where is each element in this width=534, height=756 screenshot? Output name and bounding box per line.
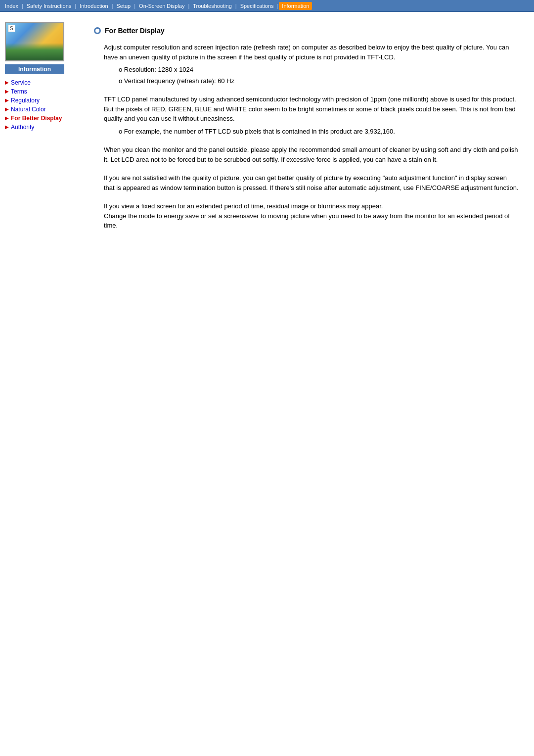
nav-item-setup[interactable]: Setup [113, 2, 134, 10]
content-item-3: When you clean the monitor and the panel… [104, 145, 519, 164]
content-item-4: If you are not satisfied with the qualit… [104, 173, 519, 192]
sidebar-item-natural-color[interactable]: ▶Natural Color [5, 106, 84, 113]
sidebar-image [5, 22, 64, 61]
sub-list-item: Resolution: 1280 x 1024 [119, 65, 519, 75]
content-item-text: If you view a fixed screen for an extend… [104, 202, 510, 229]
top-navigation: Index|Safety Instructions|Introduction|S… [0, 0, 534, 12]
content-item-1: Adjust computer resolution and screen in… [104, 43, 519, 86]
section-bullet [94, 27, 101, 34]
arrow-icon: ▶ [5, 89, 9, 94]
sidebar-item-terms[interactable]: ▶Terms [5, 88, 84, 95]
sidebar-menu: ▶Service▶Terms▶Regulatory▶Natural Color▶… [5, 79, 84, 131]
content-area: For Better Display Adjust computer resol… [84, 22, 529, 244]
sidebar-item-label: Regulatory [11, 97, 40, 104]
sidebar: Information ▶Service▶Terms▶Regulatory▶Na… [5, 22, 84, 244]
arrow-icon: ▶ [5, 106, 9, 112]
nav-item-safety-instructions[interactable]: Safety Instructions [24, 2, 75, 10]
sidebar-item-label: Natural Color [11, 106, 46, 113]
arrow-icon: ▶ [5, 115, 9, 121]
sidebar-item-authority[interactable]: ▶Authority [5, 124, 84, 131]
sidebar-item-for-better-display[interactable]: ▶For Better Display [5, 115, 84, 122]
sub-list: For example, the number of TFT LCD sub p… [104, 127, 519, 137]
content-item-2: TFT LCD panel manufactured by using adva… [104, 94, 519, 136]
content-item-5: If you view a fixed screen for an extend… [104, 201, 519, 231]
content-item-text: When you clean the monitor and the panel… [104, 146, 518, 163]
arrow-icon: ▶ [5, 80, 9, 85]
sub-list-item: For example, the number of TFT LCD sub p… [119, 127, 519, 137]
content-item-text: If you are not satisfied with the qualit… [104, 174, 519, 191]
nav-item-on-screen-display[interactable]: On-Screen Display [136, 2, 187, 10]
sub-list-item: Vertical frequency (refresh rate): 60 Hz [119, 76, 519, 86]
sidebar-item-label: Authority [11, 124, 34, 131]
sidebar-label: Information [5, 64, 64, 74]
nav-item-introduction[interactable]: Introduction [77, 2, 111, 10]
sidebar-item-label: Terms [11, 88, 27, 95]
content-item-text: TFT LCD panel manufactured by using adva… [104, 95, 516, 122]
sidebar-item-regulatory[interactable]: ▶Regulatory [5, 97, 84, 104]
content-list: Adjust computer resolution and screen in… [94, 43, 519, 231]
nav-item-index[interactable]: Index [2, 2, 21, 10]
section-title: For Better Display [94, 27, 519, 35]
sidebar-item-label: For Better Display [11, 115, 62, 122]
section-title-text: For Better Display [105, 27, 165, 35]
sub-list: Resolution: 1280 x 1024Vertical frequenc… [104, 65, 519, 86]
nav-item-information[interactable]: Information [279, 2, 312, 10]
nav-item-troubleshooting[interactable]: Troubleshooting [190, 2, 234, 10]
main-container: Information ▶Service▶Terms▶Regulatory▶Na… [0, 12, 534, 254]
nav-item-specifications[interactable]: Specifications [237, 2, 277, 10]
sidebar-item-service[interactable]: ▶Service [5, 79, 84, 86]
arrow-icon: ▶ [5, 124, 9, 130]
sidebar-item-label: Service [11, 79, 31, 86]
arrow-icon: ▶ [5, 97, 9, 103]
content-item-text: Adjust computer resolution and screen in… [104, 44, 509, 61]
